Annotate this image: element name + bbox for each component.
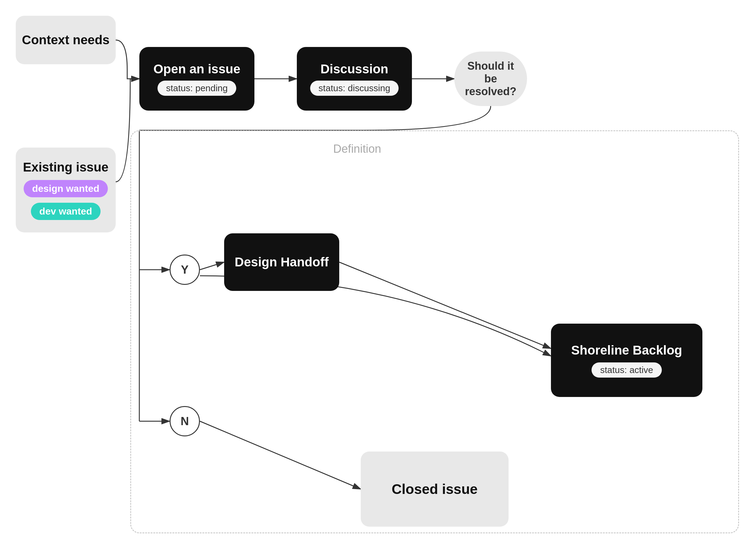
diagram-container: Context needs Existing issue design want… xyxy=(0,0,756,560)
circle-n: N xyxy=(170,406,200,436)
node-open-issue: Open an issue status: pending xyxy=(139,47,254,111)
node-discussion: Discussion status: discussing xyxy=(297,47,412,111)
closed-issue-label: Closed issue xyxy=(392,481,478,497)
node-context-needs: Context needs xyxy=(16,16,116,64)
shoreline-status: status: active xyxy=(592,362,661,378)
definition-label: Definition xyxy=(333,142,381,156)
discussion-status: status: discussing xyxy=(310,81,399,96)
context-needs-label: Context needs xyxy=(22,33,109,47)
open-issue-title: Open an issue xyxy=(153,62,240,76)
discussion-title: Discussion xyxy=(321,62,388,76)
node-shoreline-backlog: Shoreline Backlog status: active xyxy=(551,324,702,397)
should-resolve-label: Should it be resolved? xyxy=(461,60,521,98)
node-should-resolve: Should it be resolved? xyxy=(454,52,527,106)
design-handoff-label: Design Handoff xyxy=(235,255,329,269)
node-existing-issue: Existing issue design wanted dev wanted xyxy=(16,147,116,233)
open-issue-status: status: pending xyxy=(158,81,236,96)
circle-y: Y xyxy=(170,255,200,285)
badge-dev-wanted: dev wanted xyxy=(31,203,101,220)
node-design-handoff: Design Handoff xyxy=(224,233,339,291)
shoreline-title: Shoreline Backlog xyxy=(571,343,682,358)
existing-issue-title: Existing issue xyxy=(23,160,108,175)
node-closed-issue: Closed issue xyxy=(361,452,509,527)
badge-design-wanted: design wanted xyxy=(24,180,108,197)
